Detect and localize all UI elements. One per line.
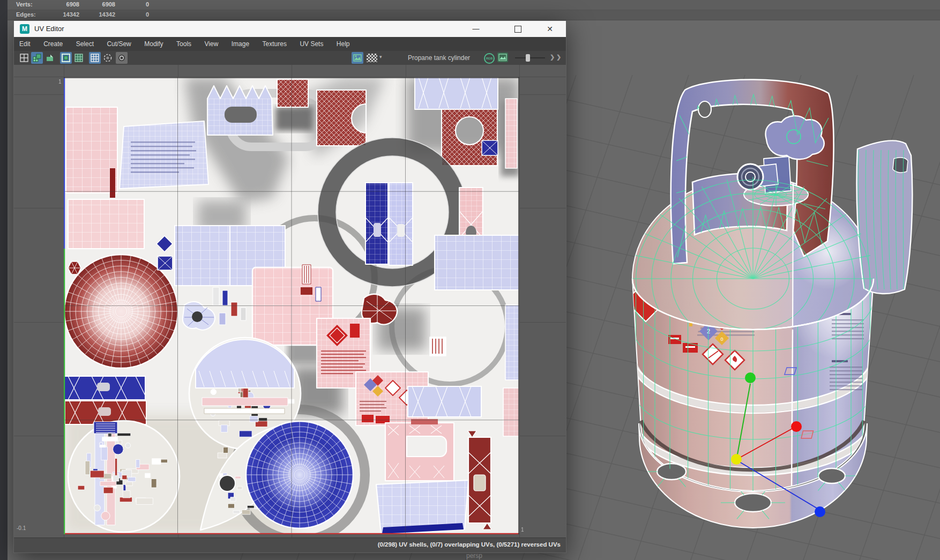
uv-shell-red-hex <box>68 262 81 274</box>
texture-image-icon[interactable] <box>497 53 508 62</box>
expand-toolbar-icon[interactable]: ❯ <box>556 54 561 61</box>
uv-border-edges-icon[interactable] <box>60 52 72 64</box>
panel-edge-strip <box>0 0 8 560</box>
uv-shell-blue-trap-bottom <box>376 480 468 534</box>
uv-grid-snap-icon[interactable] <box>73 52 85 64</box>
uv-shell-blue-strip-dark <box>365 183 388 264</box>
uv-editor-menubar: Edit Create Select Cut/Sew Modify Tools … <box>14 37 566 51</box>
uv-shell-blue-strip-light <box>389 183 413 265</box>
window-title: UV Editor <box>34 25 64 33</box>
maya-screen: 20 <box>0 0 940 560</box>
uv-shell-blue-label <box>120 121 208 189</box>
uv-checker-grid-icon[interactable] <box>89 52 101 64</box>
expand-toolbar-icon[interactable]: ❯ <box>550 54 555 61</box>
collar-hang-hole <box>698 101 711 117</box>
exposure-slider[interactable] <box>515 57 545 58</box>
uv-shell-blue-band <box>64 376 145 400</box>
uv-canvas[interactable]: -0.1 1 1 <box>14 65 566 538</box>
uv-dim-image-icon[interactable] <box>102 52 114 64</box>
verts-label: Verts: <box>16 1 33 8</box>
propane-tank-model[interactable]: 20 <box>625 79 912 528</box>
uv-layout-grid-icon[interactable] <box>18 52 30 64</box>
menu-textures[interactable]: Textures <box>257 37 292 51</box>
uv-editor-toolbar: ▾ Propane tank cylinder RGB ❯ ❯ <box>14 51 566 65</box>
checker-tile-icon[interactable] <box>367 54 377 62</box>
uv-shell-red-radial-dome <box>64 255 178 368</box>
maximize-icon <box>514 26 521 33</box>
menu-edit[interactable]: Edit <box>14 37 36 51</box>
grid-tick-label: 1 <box>521 527 524 533</box>
camera-label: persp <box>453 552 496 559</box>
uv-shell-red-strip <box>277 79 308 107</box>
slider-thumb[interactable] <box>526 54 530 62</box>
minimize-button[interactable]: — <box>464 21 488 37</box>
uv-shell-red-band <box>65 401 146 424</box>
uv-shell-pink-rect <box>68 199 144 249</box>
texture-rgb-channels-icon[interactable]: RGB <box>484 53 495 64</box>
grid-tick-label: -0.1 <box>17 525 26 531</box>
uv-shell-pink-rect <box>66 107 117 198</box>
chevron-down-icon[interactable]: ▾ <box>379 54 382 59</box>
uv-shell-detail-circle <box>68 421 180 532</box>
menu-image[interactable]: Image <box>226 37 255 51</box>
uv-shell-blue-xwire <box>408 386 481 417</box>
uv-shell-blue-rect <box>435 235 519 290</box>
texture-display-icon[interactable] <box>352 52 363 64</box>
uv-shell-blue-serrated <box>207 86 273 135</box>
uv-shell-blue-c-plate <box>415 77 498 109</box>
uv-shell-blue-square-small <box>482 140 498 155</box>
red-uv-quad-marker <box>801 431 813 438</box>
uv-texture-space[interactable] <box>64 77 519 534</box>
menu-help[interactable]: Help <box>331 37 355 51</box>
menu-uvsets[interactable]: UV Sets <box>294 37 329 51</box>
uv-shell-fold-icon[interactable] <box>44 52 56 64</box>
uv-editor-statusbar: (0/298) UV shells, (0/7) overlapping UVs… <box>14 537 566 552</box>
uv-editor-window: M UV Editor — ✕ Edit Create Select Cut/S… <box>13 20 566 553</box>
texture-name-label: Propane tank cylinder <box>408 54 470 62</box>
uv-camera-icon[interactable] <box>116 52 128 64</box>
svg-text:0: 0 <box>720 337 723 342</box>
menu-create[interactable]: Create <box>38 37 68 51</box>
menu-view[interactable]: View <box>199 37 224 51</box>
menu-modify[interactable]: Modify <box>139 37 168 51</box>
close-button[interactable]: ✕ <box>538 21 562 37</box>
uv-statistics-text: (0/298) UV shells, (0/7) overlapping UVs… <box>378 541 561 548</box>
uv-shell-red-strip-hole <box>468 431 491 529</box>
blue-pin-dot <box>815 506 825 517</box>
window-titlebar[interactable]: M UV Editor — ✕ <box>14 21 566 38</box>
maximize-button[interactable] <box>506 21 529 37</box>
menu-tools[interactable]: Tools <box>171 37 197 51</box>
menu-cutsew[interactable]: Cut/Sew <box>101 37 136 51</box>
yellow-pin-dot <box>731 454 742 465</box>
uv-shell-blue-radial-dome <box>246 421 353 528</box>
maya-logo-icon: M <box>20 24 29 34</box>
uv-shell-tiles-icon[interactable] <box>31 52 43 64</box>
green-pin-dot <box>745 372 756 383</box>
grid-tick-label: 1 <box>58 79 62 85</box>
menu-select[interactable]: Select <box>71 37 99 51</box>
red-pin-dot <box>791 421 802 432</box>
